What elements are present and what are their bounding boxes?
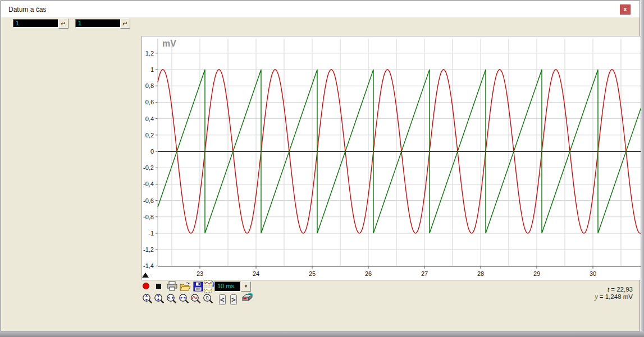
svg-text:-1: -1: [148, 230, 154, 237]
svg-text:0: 0: [150, 148, 154, 155]
svg-text:29: 29: [533, 270, 540, 277]
value-input-2-text: 1: [78, 20, 81, 26]
svg-text:30: 30: [590, 270, 596, 277]
cursor-value: y = 1,248 mV: [595, 293, 633, 301]
enter-icon: ↵: [122, 20, 127, 27]
next-button[interactable]: >: [230, 294, 237, 305]
y-value: = 1,248 mV: [600, 293, 633, 300]
t-value: = 22,93: [611, 286, 633, 293]
zoom-curve-icon: [190, 293, 202, 304]
svg-text:24: 24: [253, 270, 259, 277]
stop-button[interactable]: [156, 284, 161, 289]
waveform-chart[interactable]: 1,210,80,60,40,20-0,2-0,4-0,6-0,8-1-1,2-…: [142, 36, 641, 280]
print-button[interactable]: [166, 281, 178, 293]
export-data-icon: [204, 280, 216, 293]
interval-value: 10 ms: [217, 283, 234, 289]
svg-text:23: 23: [197, 270, 203, 277]
svg-text:27: 27: [421, 270, 428, 277]
svg-text:1,2: 1,2: [145, 50, 154, 57]
open-folder-icon: [179, 281, 191, 292]
prev-button[interactable]: <: [219, 294, 226, 305]
svg-text:mV: mV: [162, 39, 176, 48]
zoom-reset-button[interactable]: 0: [203, 293, 214, 306]
zoom-compress-y-icon: [154, 293, 165, 304]
interval-dropdown-button[interactable]: ▼: [241, 281, 251, 292]
save-icon: [193, 281, 203, 292]
window-bottom-border: [0, 331, 644, 337]
svg-text:0: 0: [205, 295, 208, 301]
svg-text:0,4: 0,4: [145, 116, 154, 122]
svg-text:-0,4: -0,4: [143, 181, 154, 187]
cursor-time: t = 22,93: [595, 286, 633, 293]
interval-combobox[interactable]: 10 ms: [214, 281, 241, 292]
zoom-reset-icon: 0: [203, 293, 214, 304]
svg-text:0,8: 0,8: [145, 82, 154, 89]
svg-text:1: 1: [150, 66, 154, 73]
svg-text:-0,8: -0,8: [143, 214, 154, 220]
svg-text:0,6: 0,6: [145, 99, 154, 105]
open-button[interactable]: [179, 281, 191, 293]
zoom-compress-x-icon: [179, 293, 190, 304]
svg-text:-0,6: -0,6: [143, 197, 154, 204]
close-icon: x: [624, 6, 627, 12]
device-button[interactable]: [241, 292, 254, 305]
chart-panel: 1,210,80,60,40,20-0,2-0,4-0,6-0,8-1-1,2-…: [141, 36, 641, 280]
svg-text:-1,2: -1,2: [143, 246, 154, 253]
svg-text:-0,2: -0,2: [143, 164, 154, 171]
value-input-2[interactable]: 1: [75, 19, 121, 27]
zoom-expand-x-button[interactable]: [166, 293, 177, 306]
export-button[interactable]: [204, 280, 216, 294]
window-title: Datum a čas: [8, 6, 46, 13]
save-button[interactable]: [193, 281, 203, 293]
screen: Datum a čas x 1 ↵ 1 ↵ 1,210,80,60,40,20-…: [0, 0, 644, 337]
svg-text:25: 25: [309, 270, 316, 277]
chevron-left-icon: <: [220, 296, 225, 304]
zoom-curve-button[interactable]: [190, 293, 202, 306]
dialog-window: Datum a čas x 1 ↵ 1 ↵ 1,210,80,60,40,20-…: [1, 1, 640, 331]
value-input-1[interactable]: 1: [13, 19, 58, 27]
svg-text:26: 26: [365, 270, 372, 277]
record-icon: [143, 283, 149, 289]
record-button[interactable]: [143, 283, 149, 289]
zoom-expand-y-icon: [142, 293, 153, 304]
svg-text:0,2: 0,2: [145, 132, 154, 139]
chevron-right-icon: >: [231, 296, 236, 304]
svg-text:-1,4: -1,4: [143, 262, 154, 269]
close-button[interactable]: x: [620, 4, 631, 15]
enter-button-2[interactable]: ↵: [120, 19, 130, 29]
title-bar[interactable]: Datum a čas x: [1, 1, 640, 17]
zoom-compress-y-button[interactable]: [154, 293, 165, 306]
svg-text:28: 28: [477, 270, 484, 277]
enter-icon: ↵: [61, 20, 66, 27]
stop-icon: [156, 284, 161, 289]
t-var: t: [608, 286, 609, 293]
zoom-expand-y-button[interactable]: [142, 293, 153, 306]
enter-button-1[interactable]: ↵: [58, 19, 68, 29]
zoom-expand-x-icon: [166, 293, 177, 304]
print-icon: [166, 281, 178, 292]
scroll-marker-icon[interactable]: [141, 272, 150, 279]
zoom-compress-x-button[interactable]: [179, 293, 190, 306]
y-var: y: [595, 293, 598, 300]
chevron-down-icon: ▼: [244, 284, 248, 288]
value-input-1-text: 1: [16, 20, 19, 26]
device-icon: [241, 292, 254, 303]
cursor-readout: t = 22,93 y = 1,248 mV: [595, 286, 633, 301]
